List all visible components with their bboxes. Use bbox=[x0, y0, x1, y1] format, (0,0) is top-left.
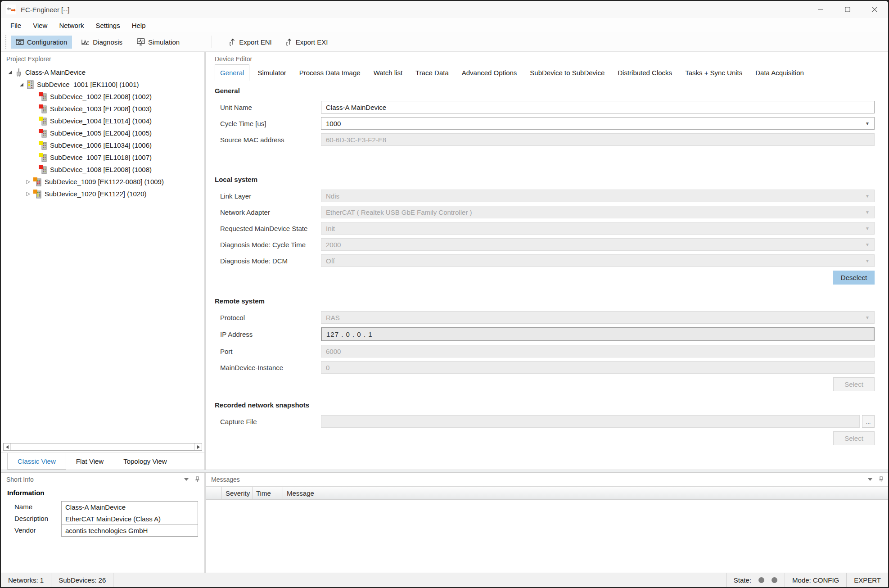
messages-col-indicator bbox=[206, 487, 222, 499]
tree-item-maindevice[interactable]: Class-A MainDevice bbox=[1, 66, 204, 78]
export-icon bbox=[286, 38, 293, 46]
tree-item-subdevice-1009[interactable]: SubDevice_1009 [EK1122-0080] (1009) bbox=[1, 176, 204, 188]
messages-col-severity[interactable]: Severity bbox=[222, 487, 253, 499]
tree-horizontal-scrollbar[interactable] bbox=[3, 443, 202, 451]
scroll-left-icon[interactable] bbox=[4, 443, 11, 450]
export-eni-button[interactable]: Export ENI bbox=[225, 36, 277, 49]
expander-collapsed-icon[interactable] bbox=[24, 180, 32, 184]
tree-item-subdevice-1001[interactable]: SubDevice_1001 [EK1100] (1001) bbox=[1, 78, 204, 90]
panel-menu-chevron-icon[interactable] bbox=[184, 478, 189, 481]
subdevices-count: SubDevices: 26 bbox=[51, 573, 113, 587]
messages-col-time[interactable]: Time bbox=[253, 487, 283, 499]
tab-flat-view[interactable]: Flat View bbox=[66, 453, 113, 470]
tree-item-subdevice-1007[interactable]: SubDevice_1007 [EL1018] (1007) bbox=[1, 151, 204, 163]
vendor-label: Vendor bbox=[7, 525, 61, 536]
terminal-icon bbox=[39, 117, 47, 126]
device-editor-tabs: General Simulator Process Data Image Wat… bbox=[206, 64, 888, 81]
tree-item-label: SubDevice_1007 [EL1018] (1007) bbox=[50, 154, 152, 161]
section-recorded-network-snapshots: Recorded network snapshots bbox=[215, 401, 875, 409]
tree-item-label: SubDevice_1008 [EL2008] (1008) bbox=[50, 166, 152, 173]
menu-view[interactable]: View bbox=[27, 20, 53, 31]
menu-bar: File View Network Settings Help bbox=[1, 18, 888, 32]
simulation-icon bbox=[137, 38, 145, 45]
chevron-down-icon: ▼ bbox=[865, 121, 870, 126]
scrollbar-track[interactable] bbox=[11, 443, 194, 450]
cycle-time-select[interactable]: 1000 ▼ bbox=[321, 117, 875, 130]
simulation-button[interactable]: Simulation bbox=[132, 36, 185, 49]
menu-file[interactable]: File bbox=[5, 20, 27, 31]
terminal-icon bbox=[39, 129, 47, 138]
diag-cycle-time-label: Diagnosis Mode: Cycle Time bbox=[215, 241, 321, 249]
scroll-right-icon[interactable] bbox=[194, 443, 202, 450]
device-tree: Class-A MainDevice bbox=[1, 64, 204, 443]
expander-expanded-icon[interactable] bbox=[6, 70, 14, 75]
tab-topology-view[interactable]: Topology View bbox=[113, 453, 176, 470]
tree-item-subdevice-1004[interactable]: SubDevice_1004 [EL1014] (1004) bbox=[1, 115, 204, 127]
pin-icon[interactable] bbox=[195, 476, 200, 483]
pin-icon[interactable] bbox=[879, 476, 884, 483]
source-mac-label: Source MAC address bbox=[215, 136, 321, 144]
maindevice-icon bbox=[15, 68, 22, 77]
expander-collapsed-icon[interactable] bbox=[24, 192, 32, 196]
unit-name-input[interactable]: Class-A MainDevice bbox=[321, 101, 875, 113]
tree-item-subdevice-1003[interactable]: SubDevice_1003 [EL2008] (1003) bbox=[1, 103, 204, 115]
deselect-button[interactable]: Deselect bbox=[833, 271, 875, 285]
messages-col-message[interactable]: Message bbox=[283, 487, 888, 499]
minimize-button[interactable] bbox=[807, 1, 834, 18]
app-window: EC-Engineer [--] File View Network Setti… bbox=[0, 0, 889, 588]
status-bar: Networks: 1 SubDevices: 26 State: Mode: … bbox=[1, 573, 888, 587]
protocol-label: Protocol bbox=[215, 314, 321, 321]
diagnosis-button[interactable]: Diagnosis bbox=[77, 36, 127, 49]
tab-process-data-image[interactable]: Process Data Image bbox=[294, 64, 366, 81]
tree-item-subdevice-1005[interactable]: SubDevice_1005 [EL2004] (1005) bbox=[1, 127, 204, 139]
export-exi-button[interactable]: Export EXI bbox=[281, 36, 333, 49]
panel-menu-chevron-icon[interactable] bbox=[868, 478, 872, 481]
source-mac-field: 60-6D-3C-E3-F2-E8 bbox=[321, 133, 875, 146]
tab-classic-view[interactable]: Classic View bbox=[7, 453, 66, 470]
tree-item-label: SubDevice_1006 [EL1034] (1006) bbox=[50, 141, 152, 149]
tree-item-label: SubDevice_1002 [EL2008] (1002) bbox=[50, 93, 152, 100]
link-layer-select: Ndis ▼ bbox=[321, 190, 875, 202]
port-field: 6000 bbox=[321, 345, 875, 357]
name-label: Name bbox=[7, 501, 61, 513]
diag-cycle-time-select: 2000 ▼ bbox=[321, 238, 875, 251]
mode-indicator: Mode: CONFIG bbox=[785, 573, 846, 587]
maximize-button[interactable] bbox=[834, 1, 861, 18]
capture-file-label: Capture File bbox=[215, 418, 321, 425]
tab-tasks-sync-units[interactable]: Tasks + Sync Units bbox=[680, 64, 747, 81]
tab-general[interactable]: General bbox=[215, 64, 249, 81]
close-button[interactable] bbox=[861, 1, 888, 18]
port-label: Port bbox=[215, 348, 321, 355]
tree-item-subdevice-1006[interactable]: SubDevice_1006 [EL1034] (1006) bbox=[1, 139, 204, 151]
chevron-down-icon: ▼ bbox=[865, 315, 870, 320]
menu-network[interactable]: Network bbox=[53, 20, 90, 31]
browse-button[interactable]: ... bbox=[862, 415, 875, 428]
tree-item-label: SubDevice_1005 [EL2004] (1005) bbox=[50, 129, 152, 137]
tree-item-subdevice-1008[interactable]: SubDevice_1008 [EL2008] (1008) bbox=[1, 163, 204, 176]
ip-address-input[interactable]: 127 . 0 . 0 . 1 bbox=[321, 327, 875, 341]
menu-help[interactable]: Help bbox=[126, 20, 152, 31]
section-general: General bbox=[215, 87, 875, 95]
expander-expanded-icon[interactable] bbox=[18, 82, 25, 87]
tree-item-label: SubDevice_1004 [EL1014] (1004) bbox=[50, 117, 152, 125]
tab-trace-data[interactable]: Trace Data bbox=[411, 64, 454, 81]
tab-subdevice-to-subdevice[interactable]: SubDevice to SubDevice bbox=[525, 64, 609, 81]
tab-distributed-clocks[interactable]: Distributed Clocks bbox=[613, 64, 677, 81]
protocol-select: RAS ▼ bbox=[321, 311, 875, 324]
toolbar: Configuration Diagnosis Sim bbox=[1, 32, 888, 52]
menu-settings[interactable]: Settings bbox=[90, 20, 126, 31]
tab-data-acquisition[interactable]: Data Acquisition bbox=[750, 64, 809, 81]
tree-item-label: SubDevice_1009 [EK1122-0080] (1009) bbox=[45, 178, 164, 185]
tab-watch-list[interactable]: Watch list bbox=[369, 64, 407, 81]
horizontal-splitter[interactable] bbox=[1, 470, 888, 473]
tree-item-subdevice-1020[interactable]: SubDevice_1020 [EK1122] (1020) bbox=[1, 188, 204, 200]
expert-badge: EXPERT bbox=[846, 573, 888, 587]
tree-item-subdevice-1002[interactable]: SubDevice_1002 [EL2008] (1002) bbox=[1, 90, 204, 103]
toolbar-grip[interactable] bbox=[5, 35, 7, 49]
configuration-button[interactable]: Configuration bbox=[11, 36, 72, 49]
tab-advanced-options[interactable]: Advanced Options bbox=[457, 64, 522, 81]
device-editor-title: Device Editor bbox=[206, 52, 888, 64]
tab-simulator[interactable]: Simulator bbox=[253, 64, 291, 81]
vendor-value: acontis technologies GmbH bbox=[61, 525, 198, 537]
short-info-panel: Short Info Information bbox=[1, 473, 204, 573]
